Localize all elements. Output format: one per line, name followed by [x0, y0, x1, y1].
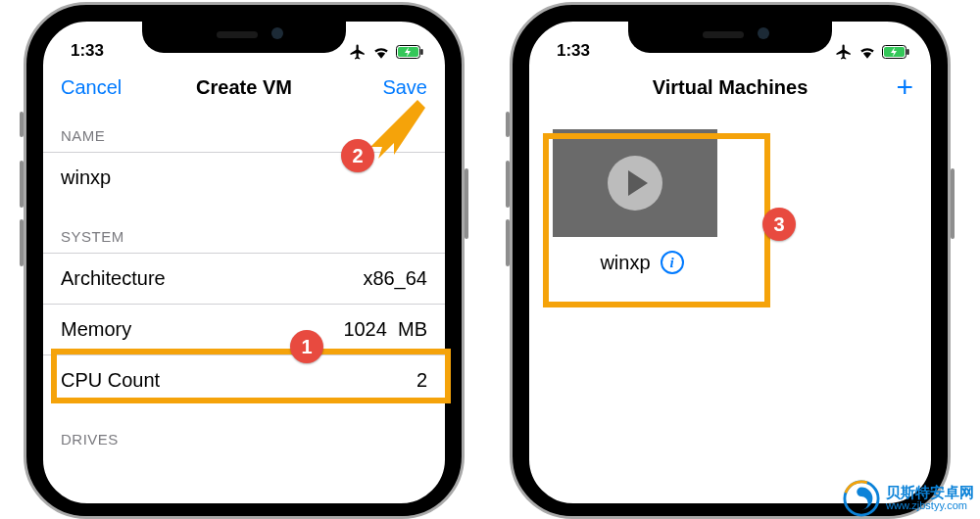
nav-bar: Virtual Machines +: [529, 65, 931, 110]
status-bar: 1:33: [43, 22, 445, 65]
memory-row[interactable]: Memory 1024 MB: [43, 304, 445, 354]
status-time: 1:33: [557, 41, 590, 61]
phone-right: 1:33 Virtual Ma: [510, 2, 951, 519]
architecture-label: Architecture: [61, 267, 166, 290]
annotation-2: 2: [341, 139, 374, 172]
watermark-text-en: www.zjbstyy.com: [886, 500, 974, 512]
svg-rect-1: [421, 49, 423, 55]
status-bar: 1:33: [529, 22, 931, 65]
play-icon: [608, 156, 662, 211]
cpu-label: CPU Count: [61, 369, 160, 392]
side-button: [465, 168, 468, 239]
vm-name-value: winxp: [61, 166, 111, 189]
watermark-text-cn: 贝斯特安卓网: [886, 485, 974, 500]
airplane-mode-icon: [835, 43, 853, 61]
section-header-drives: DRIVES: [43, 405, 445, 455]
vm-tile[interactable]: winxp i: [553, 129, 749, 274]
architecture-row[interactable]: Architecture x86_64: [43, 253, 445, 304]
page-title: Virtual Machines: [529, 76, 931, 99]
vm-name-label: winxp: [600, 252, 650, 274]
cancel-button[interactable]: Cancel: [61, 76, 122, 99]
vm-thumbnail[interactable]: [553, 129, 717, 237]
memory-unit: MB: [398, 318, 427, 340]
cpu-count-row[interactable]: CPU Count 2: [43, 354, 445, 405]
section-header-system: SYSTEM: [43, 203, 445, 253]
phone-left: 1:33 Cancel Crea: [24, 2, 465, 519]
wifi-icon: [858, 45, 876, 59]
annotation-1: 1: [290, 330, 323, 363]
battery-charging-icon: [882, 45, 909, 59]
info-icon[interactable]: i: [661, 251, 684, 274]
watermark: 贝斯特安卓网 www.zjbstyy.com: [843, 480, 974, 517]
add-vm-button[interactable]: +: [896, 77, 913, 97]
status-time: 1:33: [71, 41, 104, 61]
battery-charging-icon: [396, 45, 423, 59]
annotation-3: 3: [762, 208, 796, 241]
svg-marker-3: [370, 100, 425, 159]
airplane-mode-icon: [349, 43, 367, 61]
memory-value: 1024: [343, 318, 387, 340]
svg-rect-5: [907, 49, 909, 55]
side-button: [951, 168, 955, 239]
svg-point-8: [843, 480, 880, 517]
cpu-value: 2: [416, 369, 427, 392]
wifi-icon: [372, 45, 390, 59]
architecture-value: x86_64: [363, 267, 427, 290]
watermark-logo-icon: [843, 480, 880, 517]
memory-label: Memory: [61, 318, 131, 341]
